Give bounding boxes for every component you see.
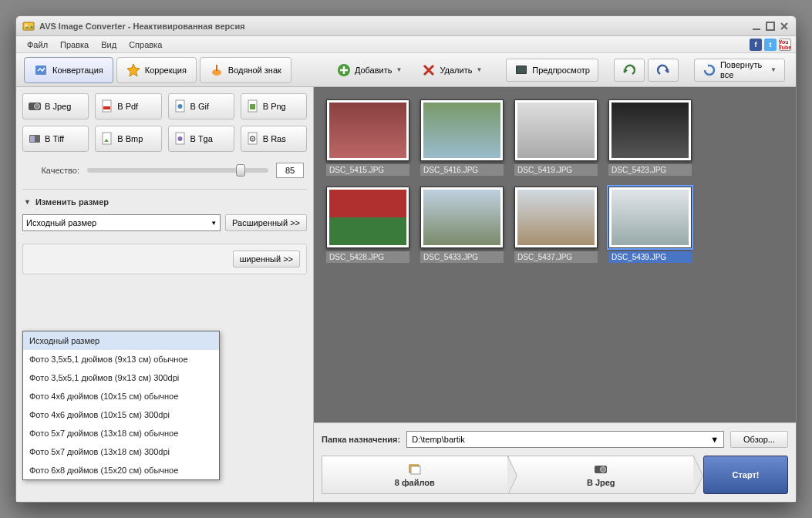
svg-point-29 bbox=[601, 467, 606, 473]
facebook-icon[interactable]: f bbox=[750, 39, 762, 51]
bottom-bar: Папка назначения: D:\temp\bartik ▼ Обзор… bbox=[314, 422, 796, 502]
add-button[interactable]: Добавить ▼ bbox=[329, 59, 411, 82]
quality-input[interactable] bbox=[276, 163, 304, 178]
start-button[interactable]: Старт! bbox=[703, 456, 788, 494]
thumbnail[interactable]: DSC_5437.JPG bbox=[514, 187, 598, 263]
tab-watermark[interactable]: Водяной знак bbox=[200, 57, 291, 83]
resize-header[interactable]: ▼ Изменить размер bbox=[22, 194, 307, 210]
resize-section: ▼ Изменить размер Исходный размер ▼ Расш… bbox=[22, 189, 307, 236]
format-grid: В Jpeg В Pdf В Gif В Png В Tiff В Bmp В … bbox=[22, 93, 307, 152]
ras-icon bbox=[246, 132, 260, 146]
thumbnail[interactable]: DSC_5416.JPG bbox=[420, 99, 504, 176]
tab-correct-label: Коррекция bbox=[145, 66, 187, 75]
resize-advanced-button[interactable]: Расширенный >> bbox=[225, 214, 307, 231]
svg-point-25 bbox=[251, 138, 253, 140]
gif-icon bbox=[174, 99, 187, 113]
format-ras-button[interactable]: В Ras bbox=[241, 126, 307, 152]
resize-option[interactable]: Фото 5x7 дюймов (13x18 см) 300dpi bbox=[23, 442, 219, 461]
menu-view[interactable]: Вид bbox=[95, 39, 123, 51]
youtube-icon[interactable]: YouTube bbox=[779, 39, 791, 51]
camera-icon bbox=[594, 462, 608, 476]
tab-correct[interactable]: Коррекция bbox=[116, 57, 197, 83]
thumbnail-label: DSC_5423.JPG bbox=[608, 164, 692, 176]
browse-button[interactable]: Обзор... bbox=[730, 431, 788, 448]
svg-point-11 bbox=[35, 104, 40, 109]
maximize-button[interactable] bbox=[765, 21, 776, 32]
resize-option[interactable]: Фото 6x8 дюймов (15x20 см) обычное bbox=[23, 461, 219, 479]
resize-preset-select[interactable]: Исходный размер ▼ bbox=[22, 214, 221, 231]
main-toolbar: Конвертация Коррекция Водяной знак Добав… bbox=[16, 53, 796, 87]
slider-thumb[interactable] bbox=[236, 164, 245, 177]
app-window: AVS Image Converter - Неактивированная в… bbox=[15, 15, 797, 503]
menu-help[interactable]: Справка bbox=[123, 39, 168, 51]
menu-file[interactable]: Файл bbox=[21, 39, 54, 51]
thumbnail[interactable]: DSC_5423.JPG bbox=[608, 99, 692, 176]
close-button[interactable] bbox=[779, 21, 790, 32]
bmp-icon bbox=[100, 132, 114, 146]
quality-slider[interactable] bbox=[87, 168, 268, 173]
add-icon bbox=[337, 63, 351, 77]
resize-option[interactable]: Фото 4x6 дюймов (10x15 см) 300dpi bbox=[23, 405, 219, 424]
resize-option[interactable]: Фото 5x7 дюймов (13x18 см) обычное bbox=[23, 424, 219, 442]
svg-rect-20 bbox=[103, 133, 111, 144]
tab-convert-label: Конвертация bbox=[52, 66, 103, 75]
resize-option[interactable]: Фото 3,5x5,1 дюймов (9x13 см) обычное bbox=[23, 350, 219, 368]
undo-button[interactable] bbox=[614, 59, 645, 82]
thumbnail-label: DSC_5428.JPG bbox=[326, 251, 409, 263]
svg-rect-0 bbox=[23, 22, 34, 30]
step-files[interactable]: 8 файлов bbox=[322, 456, 508, 494]
thumbnail[interactable]: DSC_5433.JPG bbox=[420, 187, 504, 263]
chevron-down-icon: ▼ bbox=[476, 66, 482, 73]
format-bmp-button[interactable]: В Bmp bbox=[95, 126, 161, 152]
preview-button[interactable]: Предпросмотр bbox=[506, 59, 598, 82]
thumbnail-label: DSC_5419.JPG bbox=[514, 164, 598, 176]
thumbnail-label: DSC_5437.JPG bbox=[514, 251, 598, 263]
collapse-icon: ▼ bbox=[24, 198, 31, 206]
resize-option[interactable]: Фото 3,5x5,1 дюймов (9x13 см) 300dpi bbox=[23, 368, 219, 387]
thumbnail[interactable]: DSC_5419.JPG bbox=[514, 99, 598, 176]
rename-advanced-button[interactable]: ширенный >> bbox=[233, 251, 300, 267]
redo-button[interactable] bbox=[648, 59, 679, 82]
chevron-down-icon: ▼ bbox=[211, 220, 217, 227]
left-panel: В Jpeg В Pdf В Gif В Png В Tiff В Bmp В … bbox=[16, 87, 314, 502]
svg-point-15 bbox=[177, 104, 182, 109]
format-tga-button[interactable]: В Tga bbox=[168, 126, 234, 152]
thumbnail[interactable]: DSC_5439.JPG bbox=[608, 187, 692, 263]
thumbnail-label: DSC_5439.JPG bbox=[608, 251, 692, 263]
tab-watermark-label: Водяной знак bbox=[228, 66, 281, 75]
format-gif-button[interactable]: В Gif bbox=[168, 93, 234, 119]
dest-path-select[interactable]: D:\temp\bartik ▼ bbox=[406, 431, 724, 448]
twitter-icon[interactable]: t bbox=[764, 39, 777, 51]
menu-edit[interactable]: Правка bbox=[54, 39, 95, 51]
add-label: Добавить bbox=[355, 66, 393, 75]
format-pdf-button[interactable]: В Pdf bbox=[95, 93, 161, 119]
thumbnail-area[interactable]: DSC_5415.JPGDSC_5416.JPGDSC_5419.JPGDSC_… bbox=[314, 87, 796, 422]
svg-rect-17 bbox=[250, 104, 255, 109]
titlebar: AVS Image Converter - Неактивированная в… bbox=[16, 16, 796, 36]
format-jpeg-button[interactable]: В Jpeg bbox=[22, 93, 89, 119]
format-png-button[interactable]: В Png bbox=[241, 93, 307, 119]
minimize-button[interactable] bbox=[751, 21, 762, 32]
resize-option[interactable]: Фото 4x6 дюймов (10x15 см) обычное bbox=[23, 387, 219, 405]
delete-button[interactable]: Удалить ▼ bbox=[413, 59, 490, 82]
svg-rect-12 bbox=[103, 100, 111, 112]
star-icon bbox=[126, 63, 140, 77]
rotate-all-button[interactable]: Повернуть все ▼ bbox=[694, 59, 785, 82]
dest-label: Папка назначения: bbox=[322, 435, 400, 444]
convert-icon bbox=[34, 63, 48, 77]
window-title: AVS Image Converter - Неактивированная в… bbox=[39, 22, 245, 31]
thumbnail[interactable]: DSC_5428.JPG bbox=[326, 187, 409, 263]
tab-convert[interactable]: Конвертация bbox=[24, 57, 113, 83]
files-icon bbox=[408, 462, 422, 476]
png-icon bbox=[246, 99, 260, 113]
resize-option[interactable]: Исходный размер bbox=[23, 331, 219, 350]
chevron-down-icon: ▼ bbox=[396, 66, 403, 73]
step-format[interactable]: В Jpeg bbox=[508, 456, 695, 494]
svg-rect-3 bbox=[767, 22, 774, 30]
chevron-down-icon: ▼ bbox=[770, 66, 777, 73]
thumbnail-label: DSC_5433.JPG bbox=[420, 251, 504, 263]
pdf-icon bbox=[100, 99, 114, 113]
thumbnail[interactable]: DSC_5415.JPG bbox=[326, 99, 409, 176]
format-tiff-button[interactable]: В Tiff bbox=[22, 126, 89, 152]
svg-rect-2 bbox=[753, 29, 760, 30]
